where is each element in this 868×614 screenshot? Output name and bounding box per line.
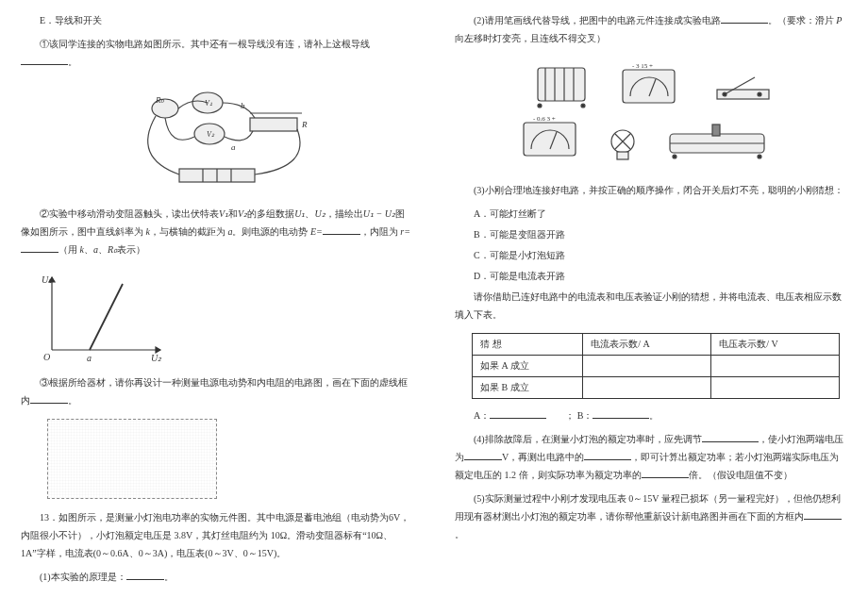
row-a-label: 如果 A 成立: [473, 356, 583, 377]
blank-times[interactable]: [642, 469, 689, 478]
b-label: ； B：: [565, 410, 593, 421]
p: 。: [164, 572, 174, 582]
t: 、: [84, 244, 93, 255]
svg-rect-34: [617, 152, 628, 159]
axis-o: O: [43, 352, 50, 362]
opt-d: D．可能是电流表开路: [455, 267, 847, 286]
t: ③根据所给器材，请你再设计一种测量电源电动势和内电阻的电路图，画在下面的虚线框内: [21, 377, 408, 406]
ab-fill: A： ； B：。: [455, 407, 847, 424]
step-1-text: ①该同学连接的实物电路如图所示。其中还有一根导线没有连，请补上这根导线: [40, 39, 370, 49]
svg-text:V₁: V₁: [205, 99, 212, 108]
q13-1: (1)本实验的原理是：。: [21, 568, 413, 586]
p: 。: [68, 395, 77, 406]
t: 的多组数据: [247, 208, 294, 219]
table-row: 如果 A 成立: [473, 356, 840, 377]
req: r=: [400, 226, 410, 237]
a-label: A：: [474, 410, 490, 421]
t: (2)请用笔画线代替导线，把图中的电路元件连接成实验电路: [474, 15, 721, 25]
q4: (4)排除故障后，在测量小灯泡的额定功率时，应先调节，使小灯泡两端电压为V，再测…: [455, 430, 847, 484]
blank-b[interactable]: [593, 409, 649, 419]
svg-text:R: R: [301, 120, 308, 129]
svg-rect-25: [623, 70, 675, 103]
svg-text:b: b: [241, 101, 245, 110]
t: ，内阻为: [360, 226, 398, 237]
opt-a: A．可能灯丝断了: [455, 205, 847, 224]
period: 。: [68, 57, 77, 67]
svg-point-23: [538, 104, 542, 108]
blank-wire[interactable]: [21, 56, 68, 65]
svg-point-39: [758, 155, 761, 158]
table-row: 如果 B 成立: [473, 377, 840, 399]
svg-point-30: [758, 92, 761, 96]
u1-u2-graph: U₁ U₂ a O: [38, 270, 170, 364]
opt-c: C．可能是小灯泡短路: [455, 246, 847, 265]
t: V，再测出电路中的: [502, 452, 584, 462]
row-a-amp[interactable]: [583, 356, 711, 377]
v1: V₁: [219, 208, 228, 219]
axis-u1: U₁: [42, 274, 52, 285]
result-table: 猜 想 电流表示数/ A 电压表示数/ V 如果 A 成立 如果 B 成立: [472, 333, 840, 399]
row-b-label: 如果 B 成立: [473, 377, 583, 399]
t: 。则电源的电动势: [232, 226, 308, 237]
t: 。（要求：滑片: [768, 15, 834, 25]
blank-a[interactable]: [490, 409, 546, 419]
t: ，描绘出: [326, 208, 363, 219]
blank-q2[interactable]: [721, 14, 768, 24]
blank-q5[interactable]: [804, 510, 842, 520]
circuit-diagram: R₀ V₁ V₂ b a R: [113, 82, 321, 195]
blank-e[interactable]: [323, 225, 360, 235]
svg-text:- 3 15 +: - 3 15 +: [632, 62, 653, 70]
t: (1)本实验的原理是：: [40, 572, 126, 582]
t: ，与横轴的截距为: [150, 226, 225, 237]
svg-text:R₀: R₀: [155, 95, 165, 105]
svg-text:a: a: [231, 142, 236, 152]
t: 向左移时灯变亮，且连线不得交叉）: [455, 33, 606, 43]
axis-a: a: [87, 353, 92, 363]
svg-point-24: [581, 104, 585, 108]
opt-b: B．可能是变阻器开路: [455, 225, 847, 244]
svg-rect-37: [712, 124, 720, 136]
left-column: E．导线和开关 ①该同学连接的实物电路如图所示。其中还有一根导线没有连，请补上这…: [0, 0, 434, 614]
th-ammeter: 电流表示数/ A: [583, 334, 711, 356]
step-2: ②实验中移动滑动变阻器触头，读出伏特表V₁和V₂的多组数据U₁、U₂，描绘出U₁…: [21, 205, 413, 258]
t: (4)排除故障后，在测量小灯泡的额定功率时，应先调节: [474, 434, 702, 444]
row-b-volt[interactable]: [711, 377, 840, 399]
svg-rect-31: [524, 123, 576, 156]
row-a-volt[interactable]: [711, 356, 840, 377]
u1: U₁: [294, 208, 305, 219]
blank-box[interactable]: [30, 394, 68, 404]
blank-volt[interactable]: [464, 451, 502, 460]
q2: (2)请用笔画线代替导线，把图中的电路元件连接成实验电路。（要求：滑片 P 向左…: [455, 11, 847, 47]
eeq: E=: [310, 226, 323, 237]
svg-rect-3: [250, 118, 297, 131]
step-3: ③根据所给器材，请你再设计一种测量电源电动势和内电阻的电路图，画在下面的虚线框内…: [21, 373, 413, 409]
t: 表示）: [117, 244, 145, 255]
v2: V₂: [238, 208, 247, 219]
u1u2: U₁ − U₂: [363, 208, 395, 219]
t: 、: [305, 208, 314, 219]
t: (5)实际测量过程中小刚才发现电压表 0～15V 量程已损坏（另一量程完好），但…: [455, 493, 841, 522]
q13: 13．如图所示，是测量小灯泡电功率的实物元件图。其中电源是蓄电池组（电动势为6V…: [21, 508, 413, 562]
t: 、: [98, 244, 108, 255]
p: 。: [649, 410, 659, 421]
u2: U₂: [314, 208, 325, 219]
blank-r[interactable]: [21, 243, 58, 253]
q3-tail: 请你借助已连好电路中的电流表和电压表验证小刚的猜想，并将电流表、电压表相应示数填…: [455, 288, 847, 324]
svg-point-38: [673, 155, 676, 158]
step-1: ①该同学连接的实物电路如图所示。其中还有一根导线没有连，请补上这根导线。: [21, 35, 413, 71]
components-diagram: - 0.6 3 + - 3 15 +: [509, 58, 793, 172]
axis-u2: U₂: [151, 353, 162, 363]
drawing-box-left[interactable]: [47, 419, 217, 499]
th-guess: 猜 想: [473, 334, 583, 356]
option-e: E．导线和开关: [21, 11, 413, 29]
blank-measure[interactable]: [584, 451, 631, 460]
svg-text:- 0.6 3 +: - 0.6 3 +: [533, 115, 556, 123]
row-b-amp[interactable]: [583, 377, 711, 399]
blank-principle[interactable]: [126, 571, 164, 580]
q3: (3)小刚合理地连接好电路，并按正确的顺序操作，闭合开关后灯不亮，聪明的小刚猜想…: [455, 181, 847, 199]
blank-adjust[interactable]: [702, 433, 759, 442]
svg-line-17: [90, 284, 123, 350]
th-voltmeter: 电压表示数/ V: [711, 334, 840, 356]
svg-text:V₂: V₂: [207, 130, 215, 139]
right-column: (2)请用笔画线代替导线，把图中的电路元件连接成实验电路。（要求：滑片 P 向左…: [434, 0, 868, 614]
